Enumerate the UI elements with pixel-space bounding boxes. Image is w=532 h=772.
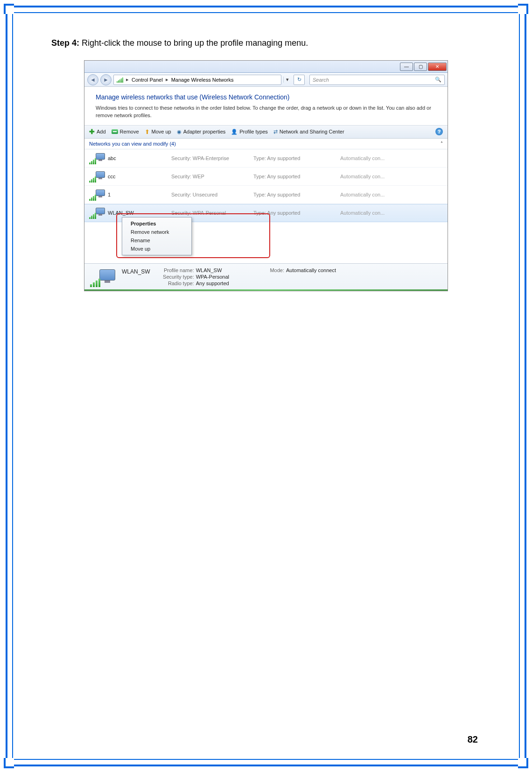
menu-move-up[interactable]: Move up [122, 245, 191, 253]
network-auto: Automatically con... [340, 174, 443, 179]
forward-button[interactable]: ► [100, 74, 112, 85]
page-number: 82 [468, 734, 478, 745]
network-auto: Automatically con... [340, 192, 443, 197]
signal-icon [117, 77, 123, 83]
explorer-nav: ◄ ► ▸ Control Panel ▸ Manage Wireless Ne… [84, 73, 448, 87]
detail-radio-type: Radio type:Any supported [158, 281, 229, 286]
network-security: Security: WPA-Personal [171, 210, 251, 216]
breadcrumb[interactable]: ▸ Control Panel ▸ Manage Wireless Networ… [113, 75, 281, 85]
close-button[interactable]: ✕ [428, 63, 447, 71]
breadcrumb-dropdown[interactable]: ▾ [283, 77, 291, 83]
breadcrumb-seg-2[interactable]: Manage Wireless Networks [171, 77, 234, 83]
details-network-name: WLAN_SW [122, 268, 150, 275]
moveup-button[interactable]: ⬆Move up [145, 128, 171, 135]
network-type: Type: Any supported [253, 174, 337, 179]
network-security: Security: WPA-Enterprise [171, 155, 251, 161]
detail-profile-name: Profile name:WLAN_SW [158, 267, 229, 273]
network-auto: Automatically con... [340, 155, 443, 161]
network-name: abc [108, 155, 168, 161]
back-button[interactable]: ◄ [87, 74, 98, 85]
details-network-icon [90, 267, 116, 287]
maximize-button[interactable]: ▢ [414, 63, 427, 71]
minimize-button[interactable]: — [400, 63, 413, 71]
toolbar: ✚Add Remove ⬆Move up ◉Adapter properties… [84, 126, 448, 139]
network-row[interactable]: 1 Security: Unsecured Type: Any supporte… [84, 186, 448, 204]
search-input[interactable]: Search 🔍 [309, 75, 445, 85]
search-icon: 🔍 [435, 77, 441, 83]
detail-mode: Mode:Automatically connect [248, 267, 336, 273]
network-icon [89, 152, 105, 164]
chevron-up-icon[interactable]: ˄ [441, 141, 443, 147]
menu-properties[interactable]: Properties [122, 219, 191, 228]
context-menu: Properties Remove network Rename Move up [122, 217, 192, 255]
network-icon [89, 207, 105, 219]
network-name: ccc [108, 174, 168, 179]
page-description: Windows tries to connect to these networ… [96, 105, 436, 119]
network-security: Security: Unsecured [171, 192, 251, 197]
network-auto: Automatically con... [340, 210, 443, 216]
up-arrow-icon: ⬆ [145, 128, 150, 135]
step-instruction: Step 4: Right-click the mouse to bring u… [51, 38, 481, 48]
profile-types-button[interactable]: 👤Profile types [231, 129, 268, 135]
help-icon[interactable]: ? [435, 128, 443, 135]
network-icon [89, 189, 105, 201]
add-button[interactable]: ✚Add [89, 128, 106, 135]
screenshot-window: — ▢ ✕ ◄ ► ▸ Control Panel ▸ Manage Wirel… [84, 60, 448, 291]
page-title: Manage wireless networks that use (Wirel… [96, 93, 436, 101]
plus-icon: ✚ [89, 128, 95, 135]
network-type: Type: Any supported [253, 210, 337, 216]
menu-remove-network[interactable]: Remove network [122, 228, 191, 236]
network-type: Type: Any supported [253, 155, 337, 161]
network-row[interactable]: abc Security: WPA-Enterprise Type: Any s… [84, 149, 448, 168]
share-icon: ⇄ [273, 129, 278, 135]
menu-rename[interactable]: Rename [122, 236, 191, 245]
list-caption: Networks you can view and modify (4) ˄ [84, 139, 448, 149]
window-titlebar: — ▢ ✕ [84, 61, 448, 73]
search-placeholder: Search [313, 77, 329, 83]
detail-security-type: Security type:WPA-Personal [158, 274, 229, 280]
network-icon [89, 170, 105, 182]
network-security: Security: WEP [171, 174, 251, 179]
network-sharing-button[interactable]: ⇄Network and Sharing Center [273, 129, 344, 135]
adapter-properties-button[interactable]: ◉Adapter properties [177, 129, 226, 135]
breadcrumb-seg-1[interactable]: Control Panel [132, 77, 163, 83]
network-name: 1 [108, 192, 168, 197]
step-label: Step 4: [51, 38, 79, 48]
minus-icon [112, 129, 118, 134]
network-type: Type: Any supported [253, 192, 337, 197]
remove-button[interactable]: Remove [112, 129, 139, 134]
network-name: WLAN_SW [108, 210, 168, 216]
step-body: Right-click the mouse to bring up the pr… [79, 38, 308, 48]
person-icon: 👤 [231, 129, 238, 135]
network-row[interactable]: ccc Security: WEP Type: Any supported Au… [84, 168, 448, 186]
details-panel: WLAN_SW Profile name:WLAN_SW Security ty… [84, 263, 448, 291]
adapter-icon: ◉ [177, 129, 182, 135]
network-list: abc Security: WPA-Enterprise Type: Any s… [84, 149, 448, 263]
refresh-button[interactable]: ↻ [294, 75, 305, 85]
